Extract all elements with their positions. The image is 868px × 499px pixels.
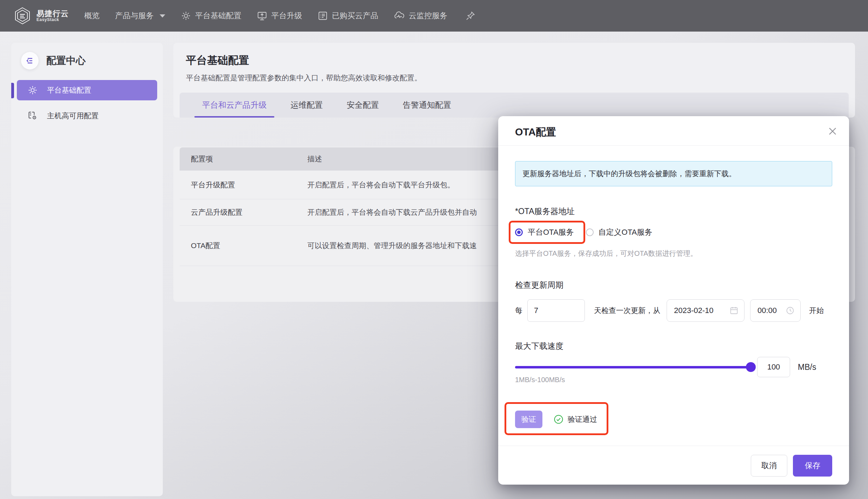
speed-slider[interactable] — [515, 362, 751, 372]
radio-selected-icon — [515, 228, 523, 236]
nav-item-purchased-products[interactable]: 已购买云产品 — [318, 11, 378, 21]
nav-item-platform-base-config[interactable]: 平台基础配置 — [181, 11, 241, 21]
brand-subtitle: EasyStack — [36, 18, 69, 22]
footer-divider — [498, 446, 849, 446]
slider-handle[interactable] — [746, 362, 756, 372]
cycle-prefix: 每 — [515, 306, 522, 315]
platform-upgrade-icon — [257, 11, 267, 21]
tab-alert-notify-config[interactable]: 告警通知配置 — [395, 93, 459, 118]
caret-down-icon — [160, 14, 165, 18]
radio-platform-ota[interactable]: 平台OTA服务 — [515, 227, 574, 238]
cycle-middle: 天检查一次更新，从 — [594, 306, 660, 315]
nav-item-products-services[interactable]: 产品与服务 — [115, 11, 165, 21]
radio-unselected-icon — [586, 228, 594, 236]
speed-range-hint: 1MB/s-100MB/s — [515, 376, 565, 384]
verify-row: 验证 验证通过 — [515, 411, 597, 428]
ota-config-modal: OTA配置 更新服务器地址后，下载中的升级包将会被删除，需要重新下载。 *OTA… — [498, 116, 849, 485]
cloud-monitor-icon — [394, 11, 405, 21]
verify-button[interactable]: 验证 — [515, 411, 542, 428]
radio-custom-ota[interactable]: 自定义OTA服务 — [586, 227, 653, 238]
speed-slider-row: MB/s — [515, 357, 816, 377]
time-picker[interactable]: 00:00 — [750, 299, 801, 322]
nav-item-platform-upgrade[interactable]: 平台升级 — [257, 11, 302, 21]
sidebar-title: 配置中心 — [46, 54, 86, 67]
brand-logo[interactable]: 易捷行云 EasyStack — [13, 7, 69, 25]
max-download-speed-label: 最大下载速度 — [515, 341, 563, 352]
tab-ops-config[interactable]: 运维配置 — [283, 93, 330, 118]
speed-unit: MB/s — [798, 362, 816, 372]
clock-icon — [786, 306, 795, 315]
sidebar-config-center: 配置中心 平台基础配置 主机高可用配置 — [11, 43, 163, 496]
check-cycle-label: 检查更新周期 — [515, 280, 563, 291]
check-cycle-row: 每 天检查一次更新，从 2023-02-10 00:00 开始 — [515, 299, 824, 322]
column-header-config-item: 配置项 — [191, 154, 307, 164]
column-header-description: 描述 — [307, 154, 322, 164]
cancel-button[interactable]: 取消 — [751, 455, 787, 477]
cycle-suffix: 开始 — [809, 306, 824, 315]
speed-value-input[interactable] — [757, 357, 790, 377]
ota-server-address-label: *OTA服务器地址 — [515, 206, 575, 217]
host-ha-icon — [27, 111, 38, 121]
sidebar-item-host-ha-config[interactable]: 主机高可用配置 — [17, 106, 157, 126]
calendar-icon — [729, 306, 739, 315]
platform-config-card: 平台基础配置 平台基础配置是管理配置参数的集中入口，帮助您高效读取和修改配置。 … — [173, 43, 855, 118]
save-button[interactable]: 保存 — [793, 455, 832, 477]
info-banner: 更新服务器地址后，下载中的升级包将会被删除，需要重新下载。 — [515, 161, 832, 186]
hexagon-logo-icon — [13, 7, 32, 25]
top-navbar: 易捷行云 EasyStack 概览 产品与服务 平台基础配置 平台升级 — [0, 0, 868, 32]
slider-track — [515, 366, 751, 368]
check-circle-icon — [554, 414, 563, 424]
brand-name: 易捷行云 — [36, 9, 69, 18]
gear-icon — [27, 85, 38, 95]
active-item-indicator — [11, 83, 14, 98]
pin-icon[interactable] — [465, 10, 476, 21]
nav-item-overview[interactable]: 概览 — [84, 11, 100, 21]
purchased-products-icon — [318, 11, 328, 21]
collapse-menu-icon[interactable] — [21, 52, 39, 69]
sidebar-item-platform-base-config[interactable]: 平台基础配置 — [17, 80, 157, 100]
ota-server-help: 选择平台OTA服务，保存成功后，可对OTA数据进行管理。 — [515, 249, 697, 258]
page-description: 平台基础配置是管理配置参数的集中入口，帮助您高效读取和修改配置。 — [186, 73, 422, 83]
modal-title: OTA配置 — [515, 125, 556, 139]
date-picker[interactable]: 2023-02-10 — [667, 299, 745, 322]
tab-security-config[interactable]: 安全配置 — [339, 93, 387, 118]
modal-header: OTA配置 — [498, 116, 849, 146]
verify-status-text: 验证通过 — [568, 414, 597, 424]
close-icon[interactable] — [827, 126, 838, 137]
nav-item-cloud-monitor[interactable]: 云监控服务 — [394, 11, 447, 21]
cycle-days-input[interactable] — [527, 299, 585, 322]
tab-strip: 平台和云产品升级 运维配置 安全配置 告警通知配置 — [180, 93, 849, 118]
gear-icon — [181, 11, 191, 21]
page-title: 平台基础配置 — [186, 53, 249, 68]
tab-platform-cloud-upgrade[interactable]: 平台和云产品升级 — [194, 93, 274, 118]
ota-server-radio-row: 平台OTA服务 自定义OTA服务 — [515, 227, 652, 238]
